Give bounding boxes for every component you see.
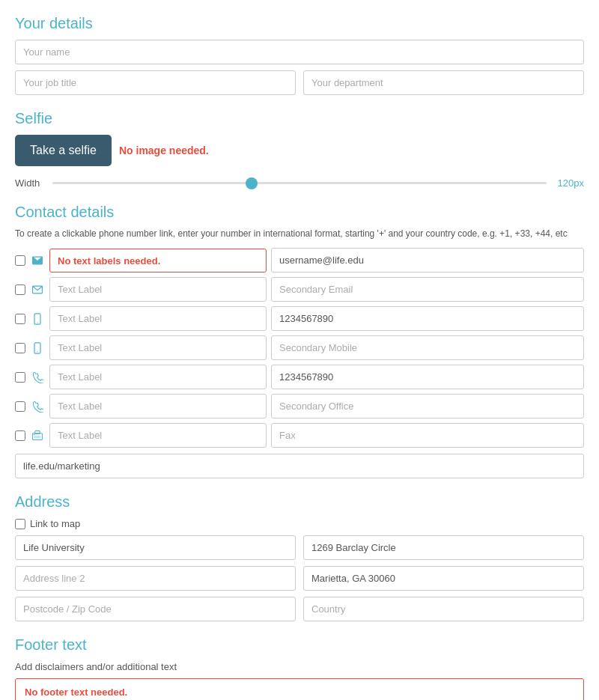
contact-info-text: To create a clickable phone number link,… [15, 228, 584, 239]
phone-primary-label-input[interactable] [49, 365, 267, 389]
contact-row-fax [15, 423, 584, 448]
no-image-label: No image needed. [119, 144, 209, 156]
svg-point-9 [34, 433, 35, 435]
address-line2-input[interactable] [15, 566, 296, 591]
width-value: 120px [554, 177, 584, 189]
contact-details-title: Contact details [15, 204, 584, 221]
phone-secondary-icon [30, 399, 45, 414]
contact-checkbox-phone-primary[interactable] [15, 372, 25, 383]
address-title: Address [15, 493, 584, 511]
width-slider[interactable] [52, 182, 547, 184]
department-input[interactable] [303, 70, 584, 95]
phone-secondary-value-input[interactable] [271, 394, 584, 419]
contact-checkbox-fax[interactable] [15, 430, 25, 441]
phone-secondary-label-input[interactable] [49, 394, 267, 419]
envelope-secondary-icon [30, 282, 45, 297]
address-field1-input[interactable] [15, 535, 296, 560]
contact-checkbox-email-primary[interactable] [15, 255, 25, 266]
mobile-secondary-label-input[interactable] [49, 335, 267, 360]
address-field2-input[interactable] [303, 535, 584, 560]
link-to-map-checkbox[interactable] [15, 519, 25, 529]
job-title-input[interactable] [15, 70, 296, 95]
contact-row-mobile-secondary [15, 335, 584, 360]
contact-checkbox-phone-secondary[interactable] [15, 401, 25, 412]
mobile-primary-label-input[interactable] [49, 306, 267, 331]
your-details-title: Your details [15, 15, 584, 32]
phone-primary-icon [30, 370, 45, 385]
contact-row-mobile-primary [15, 306, 584, 331]
contact-row-phone-primary [15, 365, 584, 389]
svg-point-5 [37, 351, 37, 352]
fax-value-input[interactable] [271, 423, 584, 448]
footer-description: Add disclaimers and/or additional text [15, 661, 584, 672]
footer-title: Footer text [15, 636, 584, 654]
your-details-section: Your details [15, 15, 584, 95]
envelope-icon [30, 253, 45, 268]
selfie-title: Selfie [15, 110, 584, 127]
selfie-section: Selfie Take a selfie No image needed. Wi… [15, 110, 584, 189]
contact-row-email-secondary [15, 277, 584, 302]
link-to-map-label: Link to map [30, 518, 80, 529]
no-text-label: No text labels needed. [58, 255, 160, 267]
contact-row-phone-secondary [15, 394, 584, 419]
address-country-input[interactable] [303, 597, 584, 621]
mobile-primary-value-input[interactable] [271, 306, 584, 331]
website-input[interactable] [15, 454, 584, 478]
no-footer-text: No footer text needed. [15, 678, 584, 700]
email-secondary-label-input[interactable] [49, 277, 267, 302]
mobile-secondary-icon [30, 341, 45, 356]
your-name-input[interactable] [15, 40, 584, 64]
width-label: Width [15, 177, 45, 189]
svg-point-3 [37, 322, 37, 323]
mobile-primary-icon [30, 311, 45, 326]
email-primary-value-input[interactable] [271, 248, 584, 273]
website-row [15, 454, 584, 478]
contact-row-email-primary: No text labels needed. [15, 248, 584, 273]
email-primary-label-highlighted: No text labels needed. [49, 249, 267, 273]
svg-rect-8 [34, 436, 40, 438]
mobile-secondary-value-input[interactable] [271, 335, 584, 360]
fax-label-input[interactable] [49, 423, 267, 448]
address-section: Address Link to map [15, 493, 584, 621]
contact-details-section: Contact details To create a clickable ph… [15, 204, 584, 478]
contact-checkbox-mobile-secondary[interactable] [15, 343, 25, 353]
take-selfie-button[interactable]: Take a selfie [15, 135, 112, 166]
address-postcode-input[interactable] [15, 597, 296, 621]
contact-checkbox-email-secondary[interactable] [15, 284, 25, 295]
email-secondary-value-input[interactable] [271, 277, 584, 302]
fax-icon [30, 428, 45, 443]
phone-primary-value-input[interactable] [271, 365, 584, 389]
contact-checkbox-mobile-primary[interactable] [15, 314, 25, 324]
footer-section: Footer text Add disclaimers and/or addit… [15, 636, 584, 700]
address-city-input[interactable] [303, 566, 584, 591]
